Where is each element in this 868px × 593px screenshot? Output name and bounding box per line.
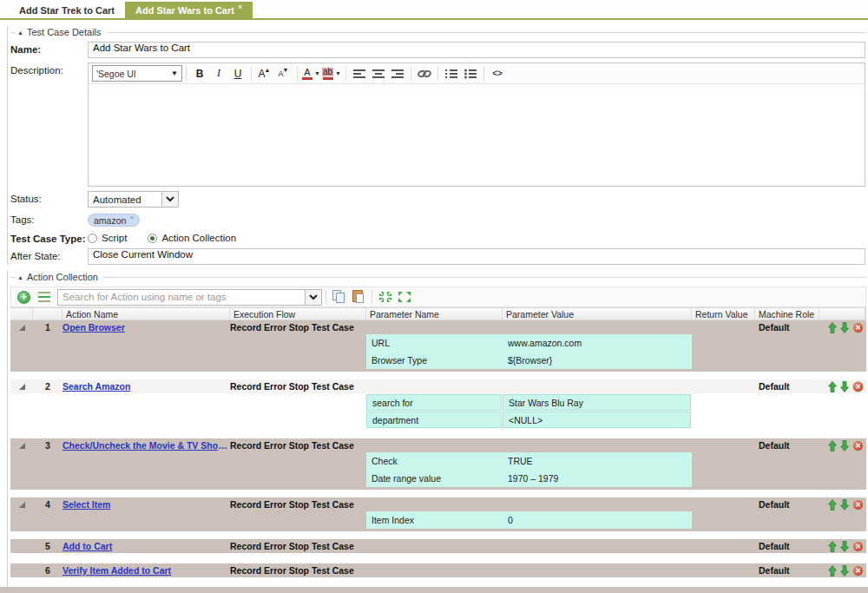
add-action-icon[interactable]: + (17, 291, 30, 304)
bold-button[interactable]: B (191, 65, 208, 82)
parameter-value-cell[interactable]: 0 (503, 511, 692, 529)
tags-field[interactable]: amazon × (88, 212, 868, 227)
parameter-name-cell[interactable]: Item Index (366, 511, 503, 529)
test-case-type-label: Test Case Type: (10, 231, 88, 244)
font-color-icon: A (302, 68, 312, 80)
bullet-list-icon[interactable] (462, 65, 479, 82)
link-icon[interactable] (416, 65, 433, 82)
delete-row-icon[interactable]: ✕ (852, 381, 864, 392)
parameter-row: search forStar Wars Blu Ray (10, 393, 866, 411)
parameter-row: Date range value1970 – 1979 (10, 470, 866, 487)
chevron-down-icon: ▼ (335, 70, 341, 76)
action-row-group: 3Check/Uncheck the Movie & TV Show Rel..… (10, 438, 866, 490)
decrease-font-button[interactable]: A▼ (275, 65, 293, 82)
row-expand-icon[interactable] (19, 325, 25, 331)
move-up-icon[interactable] (828, 322, 837, 333)
align-center-icon[interactable] (370, 65, 387, 82)
underline-button[interactable]: U (229, 65, 247, 82)
highlight-color-button[interactable]: ab ▼ (322, 65, 341, 82)
parameter-value-cell[interactable]: <NULL> (503, 412, 691, 428)
parameter-value-cell[interactable]: TRUE (503, 452, 692, 470)
move-up-icon[interactable] (828, 499, 837, 511)
delete-row-icon[interactable]: ✕ (852, 440, 864, 451)
parameter-value-cell[interactable]: www.amazon.com (503, 334, 692, 352)
name-input[interactable]: Add Star Wars to Cart (88, 42, 865, 58)
move-down-icon[interactable] (840, 565, 849, 577)
move-down-icon[interactable] (840, 322, 849, 333)
insert-action-icon[interactable] (36, 291, 50, 303)
parameter-value-cell[interactable]: ${Browser} (503, 352, 692, 369)
section-title: Action Collection (27, 272, 98, 282)
status-dropdown[interactable]: Automated (88, 191, 179, 208)
action-name-link[interactable]: Open Browser (62, 322, 230, 333)
row-expand-icon[interactable] (19, 384, 25, 390)
paste-icon[interactable] (352, 290, 365, 304)
delete-row-icon[interactable]: ✕ (852, 565, 864, 577)
font-color-button[interactable]: A ▼ (302, 65, 320, 82)
increase-font-button[interactable]: A▲ (256, 65, 273, 82)
tab-add-star-trek-to-cart[interactable]: Add Star Trek to Cart (9, 2, 125, 18)
collapse-all-icon[interactable] (378, 291, 392, 303)
parameter-name-cell[interactable]: Date range value (366, 470, 503, 487)
action-name-link[interactable]: Search Amazon (62, 381, 230, 392)
chevron-down-icon[interactable] (162, 191, 179, 208)
after-state-row: After State: Close Current Window (10, 248, 868, 265)
action-name-link[interactable]: Select Item (62, 499, 230, 510)
collapse-triangle-icon[interactable]: ▲ (17, 274, 23, 280)
parameter-name-cell[interactable]: URL (366, 334, 503, 352)
font-family-select[interactable]: 'Segoe UI ▼ (92, 65, 182, 82)
row-expand-icon[interactable] (19, 443, 25, 449)
parameter-name-cell[interactable]: search for (366, 394, 502, 411)
action-name-link[interactable]: Verify Item Added to Cart (62, 565, 230, 576)
action-row-group: 6Verify Item Added to CartRecord Error S… (10, 563, 866, 577)
move-down-icon[interactable] (840, 440, 849, 451)
delete-row-icon[interactable]: ✕ (852, 322, 864, 333)
expand-all-icon[interactable] (398, 291, 411, 303)
move-down-icon[interactable] (840, 381, 849, 392)
description-body[interactable] (89, 84, 865, 186)
action-name-link[interactable]: Add to Cart (62, 541, 230, 551)
description-editor: 'Segoe UI ▼ B I U A▲ A▼ A ▼ ab ▼ (88, 63, 865, 187)
editor-toolbar: 'Segoe UI ▼ B I U A▲ A▼ A ▼ ab ▼ (89, 63, 865, 84)
delete-row-icon[interactable]: ✕ (852, 499, 864, 511)
align-left-icon[interactable] (351, 65, 368, 82)
tab-close-icon[interactable]: × (238, 3, 242, 11)
action-collection-section: ▲ Action Collection + Search for Action … (7, 271, 868, 588)
action-row: 4Select ItemRecord Error Stop Test CaseD… (10, 497, 866, 511)
chevron-down-icon[interactable] (306, 289, 322, 306)
parameter-value-cell[interactable]: 1970 – 1979 (503, 470, 692, 487)
parameter-name-cell[interactable]: department (366, 412, 502, 428)
align-right-icon[interactable] (389, 65, 406, 82)
action-row: 6Verify Item Added to CartRecord Error S… (10, 563, 866, 577)
tag-remove-icon[interactable]: × (129, 214, 134, 221)
tag-chip-amazon[interactable]: amazon × (88, 214, 140, 227)
after-state-input[interactable]: Close Current Window (88, 248, 865, 265)
radio-script[interactable]: Script (88, 231, 127, 243)
row-buttons: ✕ (819, 541, 865, 552)
move-up-icon[interactable] (828, 381, 837, 392)
delete-row-icon[interactable]: ✕ (852, 541, 864, 552)
move-up-icon[interactable] (828, 541, 837, 552)
move-up-icon[interactable] (828, 440, 837, 451)
action-row-group: 5Add to CartRecord Error Stop Test CaseD… (10, 539, 866, 553)
parameter-name-cell[interactable]: Browser Type (366, 352, 503, 369)
execution-flow-cell: Record Error Stop Test Case (230, 440, 366, 451)
tab-add-star-wars-to-cart[interactable]: Add Star Wars to Cart × (125, 2, 253, 18)
move-down-icon[interactable] (840, 499, 849, 511)
collapse-triangle-icon[interactable]: ▲ (17, 30, 23, 36)
html-code-button[interactable]: <> (489, 65, 506, 82)
action-row: 2Search AmazonRecord Error Stop Test Cas… (10, 379, 866, 393)
action-search-input[interactable]: Search for Action using name or tags (57, 289, 306, 306)
row-expand-icon[interactable] (19, 502, 25, 508)
execution-flow-cell: Record Error Stop Test Case (230, 499, 366, 510)
italic-button[interactable]: I (210, 65, 227, 82)
parameter-name-cell[interactable]: Check (366, 452, 503, 470)
action-name-link[interactable]: Check/Uncheck the Movie & TV Show Rel... (62, 440, 230, 451)
column-machine-role: Machine Role (755, 308, 819, 320)
numbered-list-icon[interactable] (443, 65, 460, 82)
move-down-icon[interactable] (840, 541, 849, 552)
copy-icon[interactable] (332, 290, 346, 304)
parameter-value-cell[interactable]: Star Wars Blu Ray (503, 394, 691, 411)
move-up-icon[interactable] (828, 565, 837, 577)
radio-action-collection[interactable]: Action Collection (148, 231, 236, 243)
